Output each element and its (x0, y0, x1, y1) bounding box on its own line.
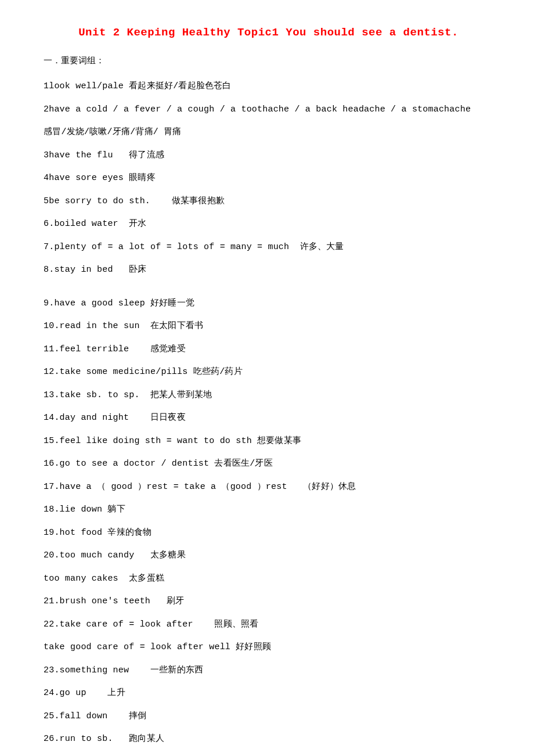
content-line: 17.have a （ good ）rest = take a （good ）r… (44, 481, 493, 493)
content-line: 11.feel terrible 感觉难受 (44, 343, 493, 355)
content-line: 25.fall down 摔倒 (44, 710, 493, 722)
content-line: 4have sore eyes 眼睛疼 (44, 172, 493, 184)
content-line: 15.feel like doing sth = want to do sth … (44, 435, 493, 447)
content-line: take good care of = look after well 好好照顾 (44, 641, 493, 653)
content-line: 18.lie down 躺下 (44, 503, 493, 516)
content-line: 8.stay in bed 卧床 (44, 264, 493, 276)
content-line: 1look well/pale 看起来挺好/看起脸色苍白 (44, 80, 493, 92)
content-line: 21.brush one's teeth 刷牙 (44, 595, 493, 607)
content-line: 6.boiled water 开水 (44, 218, 493, 230)
blank-gap (44, 287, 493, 297)
content-line: 26.run to sb. 跑向某人 (44, 733, 493, 745)
content-line: too many cakes 太多蛋糕 (44, 573, 493, 585)
content-line: 14.day and night 日日夜夜 (44, 412, 493, 424)
content-line: 3have the flu 得了流感 (44, 149, 493, 161)
lines-container: 1look well/pale 看起来挺好/看起脸色苍白2have a cold… (44, 80, 493, 745)
content-line: 10.read in the sun 在太阳下看书 (44, 320, 493, 332)
content-line: 感冒/发烧/咳嗽/牙痛/背痛/ 胃痛 (44, 126, 493, 138)
content-line: 12.take some medicine/pills 吃些药/药片 (44, 366, 493, 378)
content-line: 24.go up 上升 (44, 687, 493, 699)
content-line: 2have a cold / a fever / a cough / a too… (44, 103, 493, 116)
content-line: 5be sorry to do sth. 做某事很抱歉 (44, 195, 493, 207)
content-line: 20.too much candy 太多糖果 (44, 549, 493, 561)
page-title: Unit 2 Keeping Healthy Topic1 You should… (44, 26, 493, 39)
content-line: 9.have a good sleep 好好睡一觉 (44, 297, 493, 309)
section-heading: 一．重要词组： (44, 55, 493, 66)
content-line: 16.go to see a doctor / dentist 去看医生/牙医 (44, 458, 493, 470)
content-line: 19.hot food 辛辣的食物 (44, 527, 493, 539)
content-line: 7.plenty of = a lot of = lots of = many … (44, 241, 493, 253)
content-line: 23.something new 一些新的东西 (44, 664, 493, 676)
content-line: 22.take care of = look after 照顾、照看 (44, 618, 493, 631)
content-line: 13.take sb. to sp. 把某人带到某地 (44, 389, 493, 401)
